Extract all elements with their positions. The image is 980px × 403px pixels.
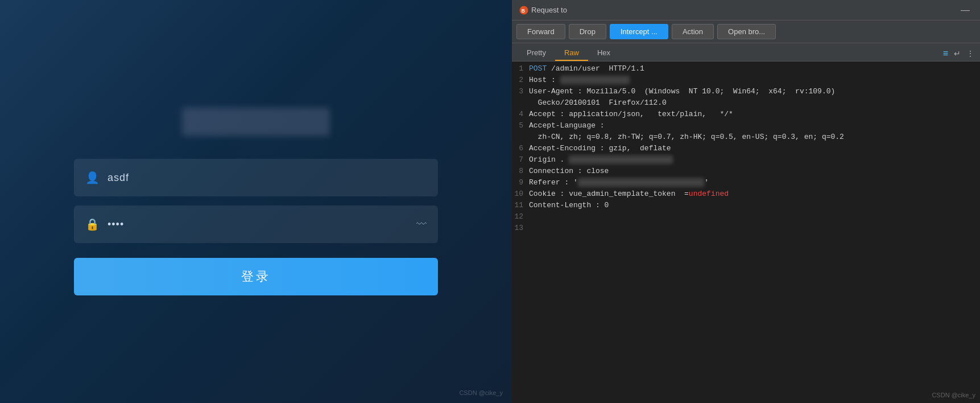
line-11: 11 Content-Length : 0 [512,200,980,212]
lock-icon: 🔒 [85,217,100,231]
user-icon: 👤 [85,171,100,184]
csdn-watermark: CSDN @cike_y [932,392,975,398]
intercept-button[interactable]: Intercept ... [610,24,668,39]
line-5: 5 Accept-Language : [512,121,980,132]
password-input[interactable] [107,219,408,231]
login-button[interactable]: 登录 [74,258,438,295]
line-4: 4 Accept : application/json, text/plain,… [512,109,980,121]
burp-logo-icon: B [519,5,529,15]
burp-header: B Request to — [512,0,980,20]
burp-tabs: Pretty Raw Hex ≡ ↵ ⋮ [512,43,980,61]
line-7: 7 Origin . redacted [512,155,980,166]
line-6: 6 Accept-Encoding : gzip, deflate [512,143,980,155]
tab-hex[interactable]: Hex [588,46,619,61]
logo-image [182,108,330,136]
action-button[interactable]: Action [672,24,714,39]
toggle-password-icon[interactable]: 〰 [416,219,427,231]
username-input[interactable] [107,172,427,184]
line-8: 8 Connection : close [512,166,980,178]
watermark: CSDN @cike_y [459,389,503,396]
burp-panel: B Request to — Forward Drop Intercept ..… [512,0,980,403]
tab-pretty[interactable]: Pretty [518,46,555,61]
line-5b: zh-CN, zh; q=0.8, zh-TW; q=0.7, zh-HK; q… [512,132,980,143]
open-browser-button[interactable]: Open bro... [717,24,776,39]
menu-icon[interactable]: ⋮ [966,49,974,58]
burp-toolbar: Forward Drop Intercept ... Action Open b… [512,20,980,43]
svg-text:B: B [522,7,526,13]
line-1: 1 POST /admin/user HTTP/1.1 [512,64,980,75]
password-input-wrapper: 🔒 〰 [74,205,438,243]
forward-button[interactable]: Forward [516,24,565,39]
line-9: 9 Referer : 'redacted' [512,178,980,189]
wrap-icon[interactable]: ≡ [943,48,948,59]
burp-header-title: Request to [531,6,955,14]
line-3: 3 User-Agent : Mozilla/5.0 (Windows NT 1… [512,87,980,98]
line-3b: Gecko/20100101 Firefox/112.0 [512,98,980,109]
close-button[interactable]: — [957,5,973,15]
line-10: 10 Cookie : vue_admin_template_token =un… [512,189,980,200]
line-13: 13 [512,223,980,235]
username-input-wrapper: 👤 [74,159,438,196]
request-content: 1 POST /admin/user HTTP/1.1 2 Host : red… [512,61,980,403]
login-panel: 👤 🔒 〰 登录 CSDN @cike_y [0,0,512,403]
login-form: 👤 🔒 〰 登录 [74,159,438,295]
line-12: 12 [512,212,980,223]
drop-button[interactable]: Drop [569,24,606,39]
logo-area [182,108,330,136]
line-2: 2 Host : redacted [512,75,980,87]
tab-raw[interactable]: Raw [555,46,588,61]
newline-icon[interactable]: ↵ [954,49,961,58]
